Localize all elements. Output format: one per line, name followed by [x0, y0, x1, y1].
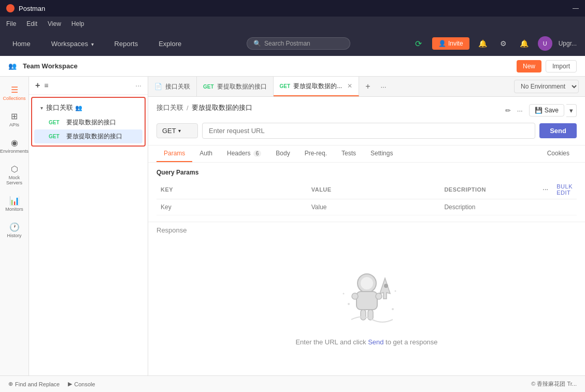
params-table: KEY VALUE DESCRIPTION ··· Bulk Edit [156, 180, 577, 215]
edit-icon[interactable]: ✏ [505, 107, 511, 114]
send-button[interactable]: Send [539, 123, 577, 138]
invite-icon: 👤 [438, 40, 446, 47]
param-key-input[interactable] [161, 204, 303, 211]
collection-group[interactable]: ▾ 接口关联 👥 [34, 100, 142, 115]
tab-request-1[interactable]: GET 要提取数据的接口 [197, 77, 274, 96]
bottom-right-text: © 香辣麻花团 Tr... [531, 380, 577, 388]
environments-icon: ◉ [11, 138, 18, 148]
request-area: 接口关联 / 要放提取数据的接口 ✏ ··· 💾 Save ▾ GET [148, 97, 585, 146]
param-value-input[interactable] [311, 204, 436, 211]
minimize-button[interactable]: — [573, 5, 579, 12]
workspace-name: Team Workspace [23, 62, 78, 70]
bulk-edit-btn[interactable]: Bulk Edit [552, 180, 577, 199]
add-collection-icon[interactable]: + [35, 81, 40, 90]
url-input[interactable] [202, 123, 535, 139]
nav-explore[interactable]: Explore [154, 38, 186, 50]
save-icon: 💾 [535, 107, 543, 114]
col-header-key: KEY [156, 180, 307, 199]
panel-actions: + ≡ [35, 81, 49, 90]
app-title: Postman [19, 5, 45, 12]
save-dropdown-button[interactable]: ▾ [566, 104, 577, 117]
tab-collection[interactable]: 📄 接口关联 [148, 77, 197, 96]
file-icon: 📄 [154, 83, 162, 90]
settings-icon[interactable]: ⚙ [496, 36, 511, 51]
history-icon: 🕐 [9, 222, 20, 232]
menu-file[interactable]: File [6, 20, 16, 27]
app-logo [6, 4, 15, 12]
nav-reports[interactable]: Reports [110, 38, 142, 50]
col-header-more: ··· [539, 180, 553, 199]
sidebar-item-mock-servers[interactable]: ⬡ Mock Servers [2, 160, 27, 190]
add-tab-icon[interactable]: + [359, 82, 376, 91]
tab-cookies[interactable]: Cookies [540, 146, 577, 162]
tab-auth[interactable]: Auth [192, 146, 220, 162]
breadcrumb-collection[interactable]: 接口关联 [156, 103, 183, 112]
sidebar-item-collections[interactable]: ☰ Collections [2, 81, 27, 105]
tab-params[interactable]: Params [156, 146, 192, 162]
invite-button[interactable]: 👤 Invite [432, 37, 469, 50]
tab-close-icon[interactable]: ✕ [347, 82, 352, 90]
response-header: Response [148, 222, 585, 238]
request-item-2[interactable]: GET 要放提取数据的接口 [34, 129, 142, 143]
tab-prereq[interactable]: Pre-req. [297, 146, 334, 162]
svg-point-1 [361, 277, 373, 289]
sidebar: ☰ Collections ⊞ APIs ◉ Environments ⬡ Mo… [0, 77, 29, 375]
send-link[interactable]: Send [368, 338, 383, 346]
monitors-icon: 📊 [9, 196, 20, 206]
collections-panel: + ≡ ··· ▾ 接口关联 👥 GET 要提取数据的接口 GET [29, 77, 148, 375]
request-item-1[interactable]: GET 要提取数据的接口 [34, 115, 142, 129]
save-area: ✏ ··· 💾 Save ▾ [505, 104, 577, 117]
tab-settings[interactable]: Settings [363, 146, 400, 162]
import-button[interactable]: Import [546, 60, 577, 72]
breadcrumb: 接口关联 / 要放提取数据的接口 [156, 103, 252, 112]
tab-headers[interactable]: Headers 6 [220, 146, 268, 162]
request-row: GET ▾ Send [156, 123, 577, 139]
avatar[interactable]: U [538, 36, 552, 51]
sidebar-item-environments[interactable]: ◉ Environments [2, 134, 27, 158]
svg-point-3 [352, 293, 358, 299]
bell-icon[interactable]: 🔔 [517, 36, 532, 51]
mock-servers-icon: ⬡ [11, 164, 18, 174]
notifications-icon[interactable]: 🔔 [476, 36, 490, 51]
collection-highlight: ▾ 接口关联 👥 GET 要提取数据的接口 GET 要放提取数据的接口 [31, 97, 146, 147]
nav-workspaces[interactable]: Workspaces ▾ [47, 38, 98, 50]
find-replace-item[interactable]: ⊕ Find and Replace [8, 381, 60, 387]
method-select[interactable]: GET ▾ [156, 123, 198, 138]
chevron-down-icon: ▾ [40, 105, 43, 111]
content-area: 📄 接口关联 GET 要提取数据的接口 GET 要放提取数据的... ✕ + ·… [148, 77, 585, 375]
sidebar-item-apis[interactable]: ⊞ APIs [2, 107, 27, 132]
console-icon: ▶ [68, 381, 72, 387]
bottombar: ⊕ Find and Replace ▶ Console © 香辣麻花团 Tr.… [0, 375, 585, 392]
tab-tests[interactable]: Tests [334, 146, 363, 162]
save-button[interactable]: 💾 Save [529, 104, 564, 117]
sidebar-item-history[interactable]: 🕐 History [2, 218, 27, 242]
search-bar[interactable]: 🔍 Search Postman [247, 37, 350, 50]
titlebar: Postman — [0, 0, 585, 17]
tab-more-icon[interactable]: ··· [376, 83, 390, 91]
tab-request-2[interactable]: GET 要放提取数据的... ✕ [274, 77, 360, 96]
param-desc-input[interactable] [444, 204, 534, 211]
bottombar-right: © 香辣麻花团 Tr... [531, 380, 577, 388]
svg-point-7 [384, 284, 388, 288]
console-item[interactable]: ▶ Console [68, 381, 95, 387]
list-view-icon[interactable]: ≡ [44, 81, 48, 90]
apis-icon: ⊞ [11, 111, 18, 121]
menu-help[interactable]: Help [72, 20, 84, 27]
environment-select[interactable]: No Environment [514, 80, 579, 93]
upgrade-label[interactable]: Upgr... [559, 40, 577, 47]
response-title: Response [156, 226, 187, 234]
menu-view[interactable]: View [48, 20, 61, 27]
panel-more-icon[interactable]: ··· [135, 81, 141, 90]
menu-edit[interactable]: Edit [26, 20, 37, 27]
svg-point-9 [392, 308, 394, 310]
nav-home[interactable]: Home [8, 38, 35, 50]
breadcrumb-separator: / [187, 104, 189, 112]
collection-name: 接口关联 👥 [46, 103, 82, 112]
workspace-icon: 👥 [8, 62, 17, 70]
sync-icon[interactable]: ⟳ [411, 36, 426, 51]
new-button[interactable]: New [517, 60, 541, 72]
topnav: Home Workspaces ▾ Reports Explore 🔍 Sear… [0, 31, 585, 56]
sidebar-item-monitors[interactable]: 📊 Monitors [2, 192, 27, 216]
more-options-icon[interactable]: ··· [517, 107, 523, 114]
tab-body[interactable]: Body [268, 146, 297, 162]
